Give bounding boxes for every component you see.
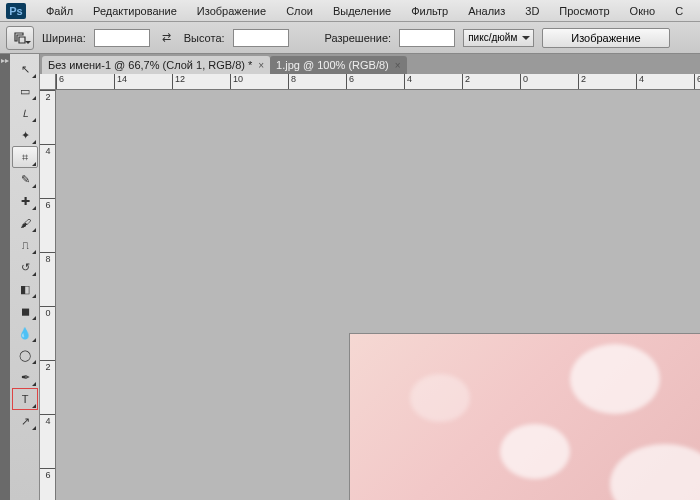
lasso-tool[interactable]: 𝘓 bbox=[12, 102, 38, 124]
ruler-tick: 10 bbox=[230, 74, 243, 90]
move-tool[interactable]: ↖ bbox=[12, 58, 38, 80]
ruler-tick: 12 bbox=[172, 74, 185, 90]
path-tool[interactable]: ↗ bbox=[12, 410, 38, 432]
units-select[interactable]: пикс/дюйм bbox=[463, 29, 534, 47]
menu-редактирование[interactable]: Редактирование bbox=[83, 2, 187, 20]
ruler-tick: 14 bbox=[114, 74, 127, 90]
menu-bar: Ps ФайлРедактированиеИзображениеСлоиВыде… bbox=[0, 0, 700, 22]
type-tool[interactable]: T bbox=[12, 388, 38, 410]
ruler-tick: 4 bbox=[40, 414, 56, 426]
width-label: Ширина: bbox=[42, 32, 86, 44]
document-tab[interactable]: 1.jpg @ 100% (RGB/8)× bbox=[270, 56, 407, 74]
close-icon[interactable]: × bbox=[395, 60, 401, 71]
menu-просмотр[interactable]: Просмотр bbox=[549, 2, 619, 20]
canvas-area: 614121086420246 24680246 bbox=[40, 74, 700, 500]
close-icon[interactable]: × bbox=[258, 60, 264, 71]
tab-label: Без имени-1 @ 66,7% (Слой 1, RGB/8) * bbox=[48, 59, 252, 71]
menu-фильтр[interactable]: Фильтр bbox=[401, 2, 458, 20]
brush-tool[interactable]: 🖌 bbox=[12, 212, 38, 234]
canvas-image[interactable] bbox=[350, 334, 700, 500]
ruler-tick: 2 bbox=[462, 74, 470, 90]
dodge-tool[interactable]: ◯ bbox=[12, 344, 38, 366]
wand-tool[interactable]: ✦ bbox=[12, 124, 38, 146]
ruler-tick: 4 bbox=[404, 74, 412, 90]
pen-tool[interactable]: ✒ bbox=[12, 366, 38, 388]
menu-файл[interactable]: Файл bbox=[36, 2, 83, 20]
tool-preset-icon[interactable] bbox=[6, 26, 34, 50]
eyedropper-tool[interactable]: ✎ bbox=[12, 168, 38, 190]
swap-icon[interactable]: ⇄ bbox=[158, 29, 176, 47]
app-logo: Ps bbox=[6, 3, 26, 19]
ruler-tick: 4 bbox=[636, 74, 644, 90]
document-tabs: Без имени-1 @ 66,7% (Слой 1, RGB/8) *×1.… bbox=[40, 54, 700, 74]
document-tab[interactable]: Без имени-1 @ 66,7% (Слой 1, RGB/8) *× bbox=[42, 56, 270, 74]
stamp-tool[interactable]: ⎍ bbox=[12, 234, 38, 256]
menu-изображение[interactable]: Изображение bbox=[187, 2, 276, 20]
crop-tool[interactable]: ⌗ bbox=[12, 146, 38, 168]
ruler-tick: 2 bbox=[40, 90, 56, 102]
ruler-vertical[interactable]: 24680246 bbox=[40, 90, 56, 500]
ruler-tick: 2 bbox=[40, 360, 56, 372]
menu-анализ[interactable]: Анализ bbox=[458, 2, 515, 20]
ruler-tick: 0 bbox=[520, 74, 528, 90]
ruler-tick: 6 bbox=[346, 74, 354, 90]
blur-tool[interactable]: 💧 bbox=[12, 322, 38, 344]
marquee-tool[interactable]: ▭ bbox=[12, 80, 38, 102]
resolution-input[interactable] bbox=[399, 29, 455, 47]
menu-выделение[interactable]: Выделение bbox=[323, 2, 401, 20]
eraser-tool[interactable]: ◧ bbox=[12, 278, 38, 300]
ruler-tick: 8 bbox=[288, 74, 296, 90]
ruler-tick: 6 bbox=[40, 198, 56, 210]
menu-окно[interactable]: Окно bbox=[620, 2, 666, 20]
ruler-tick: 8 bbox=[40, 252, 56, 264]
width-input[interactable] bbox=[94, 29, 150, 47]
menu-3d[interactable]: 3D bbox=[515, 2, 549, 20]
ruler-tick: 4 bbox=[40, 144, 56, 156]
height-input[interactable] bbox=[233, 29, 289, 47]
expand-icon[interactable]: ▸▸ bbox=[1, 56, 9, 65]
ruler-tick: 6 bbox=[56, 74, 64, 90]
ruler-tick: 6 bbox=[40, 468, 56, 480]
ruler-origin[interactable] bbox=[40, 74, 56, 90]
tab-label: 1.jpg @ 100% (RGB/8) bbox=[276, 59, 389, 71]
dock-strip: ▸▸ bbox=[0, 54, 10, 500]
resolution-label: Разрешение: bbox=[325, 32, 392, 44]
options-bar: Ширина: ⇄ Высота: Разрешение: пикс/дюйм … bbox=[0, 22, 700, 54]
gradient-tool[interactable]: ◼ bbox=[12, 300, 38, 322]
menu-с[interactable]: С bbox=[665, 2, 693, 20]
ruler-tick: 2 bbox=[578, 74, 586, 90]
ruler-horizontal[interactable]: 614121086420246 bbox=[56, 74, 700, 90]
history-brush-tool[interactable]: ↺ bbox=[12, 256, 38, 278]
height-label: Высота: bbox=[184, 32, 225, 44]
menu-слои[interactable]: Слои bbox=[276, 2, 323, 20]
ruler-tick: 6 bbox=[694, 74, 700, 90]
ruler-tick: 0 bbox=[40, 306, 56, 318]
image-button[interactable]: Изображение bbox=[542, 28, 669, 48]
healing-tool[interactable]: ✚ bbox=[12, 190, 38, 212]
toolbox: ↖▭𝘓✦⌗✎✚🖌⎍↺◧◼💧◯✒T↗ bbox=[10, 54, 40, 500]
